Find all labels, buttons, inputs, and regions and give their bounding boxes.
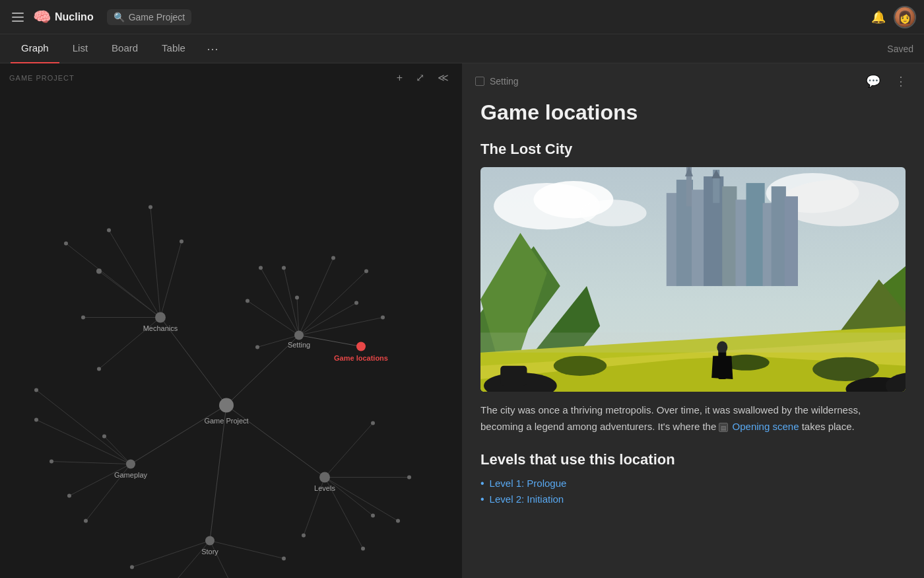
svg-point-60 — [34, 388, 38, 392]
svg-point-44 — [81, 316, 85, 320]
svg-rect-97 — [722, 186, 737, 286]
svg-point-59 — [102, 435, 106, 439]
svg-point-65 — [302, 534, 306, 538]
doc-title: Game locations — [480, 100, 906, 125]
doc-panel: Setting 💬 ⋮ Game locations The Lost City — [462, 63, 924, 578]
tab-bar: Graph List Board Table ⋯ Saved — [0, 34, 924, 63]
notification-bell-icon[interactable]: 🔔 — [871, 10, 886, 24]
svg-point-62 — [407, 476, 411, 480]
svg-point-58 — [84, 519, 88, 523]
doc-content: Game locations The Lost City — [462, 95, 924, 578]
saved-label: Saved — [887, 44, 913, 54]
section1-heading: The Lost City — [480, 141, 906, 158]
levels-list: Level 1: Prologue Level 2: Initiation — [480, 478, 906, 505]
search-text: Game Project — [129, 12, 185, 22]
svg-point-46 — [282, 266, 286, 270]
svg-point-57 — [67, 494, 71, 498]
svg-point-75 — [356, 342, 366, 351]
svg-rect-119 — [500, 366, 527, 386]
search-bar[interactable]: 🔍 Game Project — [107, 9, 192, 25]
breadcrumb-checkbox[interactable] — [475, 77, 484, 86]
svg-point-51 — [295, 296, 299, 300]
svg-rect-95 — [692, 190, 705, 286]
svg-point-77 — [126, 460, 135, 469]
section2-heading: Levels that use this location — [480, 451, 906, 468]
svg-rect-98 — [735, 199, 747, 286]
svg-point-49 — [381, 316, 385, 320]
breadcrumb-text: Setting — [490, 76, 519, 87]
svg-text:Game locations: Game locations — [334, 354, 388, 362]
nav-right: 🔔 👩 — [871, 6, 916, 28]
svg-point-63 — [396, 519, 400, 523]
city-image — [480, 167, 906, 392]
svg-point-90 — [580, 199, 647, 226]
expand-button[interactable]: ⤢ — [412, 70, 428, 85]
tab-table[interactable]: Table — [151, 34, 196, 63]
svg-point-81 — [205, 536, 214, 546]
hamburger-menu[interactable] — [8, 9, 28, 26]
tab-list[interactable]: List — [62, 34, 98, 63]
svg-rect-0 — [0, 67, 462, 575]
level-1-item[interactable]: Level 1: Prologue — [480, 478, 906, 489]
comment-button[interactable]: 💬 — [862, 73, 884, 90]
svg-point-47 — [331, 256, 335, 260]
graph-panel: GAME PROJECT + ⤢ ≪ — [0, 63, 462, 578]
svg-point-115 — [554, 356, 607, 376]
app-name: Nuclino — [55, 11, 94, 23]
doc-paragraph: The city was once a thriving metropolis.… — [480, 402, 906, 435]
search-icon: 🔍 — [114, 12, 125, 22]
svg-point-66 — [371, 514, 375, 518]
tab-board[interactable]: Board — [101, 34, 148, 63]
svg-rect-102 — [785, 196, 798, 286]
svg-point-56 — [50, 460, 53, 464]
more-options-button[interactable]: ⋮ — [891, 73, 911, 90]
graph-header: GAME PROJECT + ⤢ ≪ — [0, 63, 462, 92]
svg-point-39 — [96, 269, 102, 274]
svg-point-52 — [259, 266, 263, 270]
add-node-button[interactable]: + — [393, 70, 407, 85]
svg-point-42 — [148, 205, 152, 209]
collapse-button[interactable]: ≪ — [434, 70, 453, 85]
svg-point-73 — [294, 331, 304, 340]
svg-text:Levels: Levels — [314, 484, 335, 492]
svg-point-64 — [361, 547, 365, 551]
brain-icon: 🧠 — [33, 9, 51, 26]
svg-point-41 — [64, 242, 68, 246]
svg-point-53 — [246, 299, 249, 303]
svg-point-79 — [319, 472, 330, 483]
graph-canvas[interactable]: Game Project Mechanics Setting Game loca… — [0, 63, 462, 578]
svg-point-71 — [155, 312, 166, 323]
svg-point-43 — [180, 240, 183, 244]
svg-text:Game Project: Game Project — [204, 417, 248, 425]
svg-point-117 — [812, 357, 879, 381]
graph-panel-title: GAME PROJECT — [9, 74, 75, 82]
svg-rect-99 — [746, 183, 765, 286]
svg-point-69 — [219, 398, 234, 413]
svg-rect-125 — [480, 333, 906, 353]
level-2-item[interactable]: Level 2: Initiation — [480, 493, 906, 505]
svg-point-40 — [107, 229, 111, 233]
breadcrumb: Setting — [475, 76, 519, 87]
doc-header: Setting 💬 ⋮ — [462, 63, 924, 95]
tab-graph[interactable]: Graph — [11, 34, 59, 63]
svg-point-50 — [354, 301, 358, 305]
main-area: GAME PROJECT + ⤢ ≪ — [0, 63, 924, 578]
doc-actions: 💬 ⋮ — [862, 73, 911, 90]
svg-point-54 — [255, 345, 259, 349]
logo-area: 🧠 Nuclino — [33, 9, 94, 26]
svg-rect-101 — [772, 186, 786, 286]
avatar-image: 👩 — [895, 6, 915, 28]
opening-scene-link[interactable]: Opening scene — [733, 421, 799, 432]
svg-text:Mechanics: Mechanics — [143, 324, 178, 332]
svg-marker-124 — [711, 356, 733, 379]
top-nav: 🧠 Nuclino 🔍 Game Project 🔔 👩 — [0, 0, 924, 34]
svg-point-48 — [364, 270, 368, 273]
svg-point-68 — [130, 565, 134, 569]
svg-text:Setting: Setting — [288, 341, 310, 349]
svg-text:Gameplay: Gameplay — [114, 471, 148, 479]
svg-point-45 — [97, 367, 101, 371]
user-avatar[interactable]: 👩 — [894, 6, 916, 28]
more-options-icon[interactable]: ⋯ — [204, 39, 221, 59]
graph-controls: + ⤢ ≪ — [393, 70, 453, 85]
svg-point-67 — [282, 557, 286, 561]
